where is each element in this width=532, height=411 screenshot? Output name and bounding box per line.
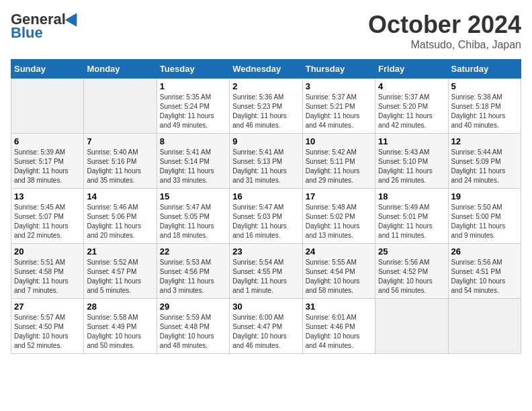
day-number: 8 [160,136,226,146]
day-info: Sunrise: 5:55 AM Sunset: 4:54 PM Dayligh… [306,258,372,295]
day-header-friday: Friday [375,60,448,79]
day-number: 26 [451,246,518,257]
day-number: 11 [378,136,445,146]
logo-blue-text: Blue [11,24,43,42]
day-info: Sunrise: 5:41 AM Sunset: 5:13 PM Dayligh… [232,148,299,185]
week-row-1: 1Sunrise: 5:35 AM Sunset: 5:24 PM Daylig… [11,79,521,134]
page-header: General Blue October 2024 Matsudo, Chiba… [11,11,521,51]
day-number: 3 [306,81,372,91]
calendar-subtitle: Matsudo, Chiba, Japan [368,39,521,51]
day-number: 22 [160,246,226,257]
calendar-cell [448,299,521,354]
day-number: 29 [160,302,226,312]
day-info: Sunrise: 5:46 AM Sunset: 5:06 PM Dayligh… [87,203,153,240]
day-info: Sunrise: 5:52 AM Sunset: 4:57 PM Dayligh… [87,258,153,295]
calendar-cell: 1Sunrise: 5:35 AM Sunset: 5:24 PM Daylig… [157,79,229,134]
day-number: 1 [160,81,226,91]
calendar-cell: 16Sunrise: 5:47 AM Sunset: 5:03 PM Dayli… [230,189,302,244]
day-number: 15 [160,191,226,201]
day-header-thursday: Thursday [302,60,375,79]
day-info: Sunrise: 6:00 AM Sunset: 4:47 PM Dayligh… [232,313,299,351]
day-number: 24 [306,246,372,257]
day-number: 18 [378,191,445,201]
day-header-saturday: Saturday [448,60,521,79]
day-info: Sunrise: 5:36 AM Sunset: 5:23 PM Dayligh… [232,93,299,130]
day-number: 5 [451,81,518,91]
calendar-cell: 8Sunrise: 5:41 AM Sunset: 5:14 PM Daylig… [157,134,229,189]
day-info: Sunrise: 5:53 AM Sunset: 4:56 PM Dayligh… [160,258,226,295]
calendar-cell: 28Sunrise: 5:58 AM Sunset: 4:49 PM Dayli… [84,299,157,354]
calendar-cell: 12Sunrise: 5:44 AM Sunset: 5:09 PM Dayli… [448,134,521,189]
day-number: 28 [87,302,153,312]
day-number: 13 [14,191,81,201]
calendar-header: SundayMondayTuesdayWednesdayThursdayFrid… [11,60,521,79]
day-info: Sunrise: 5:58 AM Sunset: 4:49 PM Dayligh… [87,313,153,351]
calendar-body: 1Sunrise: 5:35 AM Sunset: 5:24 PM Daylig… [11,79,521,354]
calendar-cell: 18Sunrise: 5:49 AM Sunset: 5:01 PM Dayli… [375,189,448,244]
logo-triangle-icon [65,9,83,27]
calendar-cell: 25Sunrise: 5:56 AM Sunset: 4:52 PM Dayli… [375,244,448,299]
calendar-cell: 13Sunrise: 5:45 AM Sunset: 5:07 PM Dayli… [11,189,84,244]
day-number: 14 [87,191,153,201]
day-number: 31 [306,302,372,312]
day-header-wednesday: Wednesday [230,60,302,79]
day-info: Sunrise: 5:51 AM Sunset: 4:58 PM Dayligh… [14,258,81,295]
day-info: Sunrise: 5:59 AM Sunset: 4:48 PM Dayligh… [160,313,226,351]
title-section: October 2024 Matsudo, Chiba, Japan [368,11,521,51]
calendar-table: SundayMondayTuesdayWednesdayThursdayFrid… [11,59,521,354]
week-row-3: 13Sunrise: 5:45 AM Sunset: 5:07 PM Dayli… [11,189,521,244]
day-number: 17 [306,191,372,201]
day-info: Sunrise: 6:01 AM Sunset: 4:46 PM Dayligh… [306,313,372,351]
calendar-cell: 11Sunrise: 5:43 AM Sunset: 5:10 PM Dayli… [375,134,448,189]
day-number: 23 [232,246,299,257]
calendar-cell: 14Sunrise: 5:46 AM Sunset: 5:06 PM Dayli… [84,189,157,244]
day-number: 6 [14,136,81,146]
day-info: Sunrise: 5:47 AM Sunset: 5:05 PM Dayligh… [160,203,226,240]
day-number: 21 [87,246,153,257]
day-number: 25 [378,246,445,257]
calendar-cell: 6Sunrise: 5:39 AM Sunset: 5:17 PM Daylig… [11,134,84,189]
calendar-cell: 21Sunrise: 5:52 AM Sunset: 4:57 PM Dayli… [84,244,157,299]
calendar-cell: 24Sunrise: 5:55 AM Sunset: 4:54 PM Dayli… [302,244,375,299]
day-number: 4 [378,81,445,91]
calendar-cell: 23Sunrise: 5:54 AM Sunset: 4:55 PM Dayli… [230,244,302,299]
day-info: Sunrise: 5:56 AM Sunset: 4:51 PM Dayligh… [451,258,518,295]
calendar-cell: 4Sunrise: 5:37 AM Sunset: 5:20 PM Daylig… [375,79,448,134]
day-number: 19 [451,191,518,201]
day-number: 16 [232,191,299,201]
day-info: Sunrise: 5:48 AM Sunset: 5:02 PM Dayligh… [306,203,372,240]
days-header-row: SundayMondayTuesdayWednesdayThursdayFrid… [11,60,521,79]
calendar-cell: 9Sunrise: 5:41 AM Sunset: 5:13 PM Daylig… [230,134,302,189]
day-info: Sunrise: 5:43 AM Sunset: 5:10 PM Dayligh… [378,148,445,185]
day-info: Sunrise: 5:54 AM Sunset: 4:55 PM Dayligh… [232,258,299,295]
calendar-cell: 5Sunrise: 5:38 AM Sunset: 5:18 PM Daylig… [448,79,521,134]
day-info: Sunrise: 5:57 AM Sunset: 4:50 PM Dayligh… [14,313,81,351]
calendar-cell [11,79,84,134]
calendar-cell: 17Sunrise: 5:48 AM Sunset: 5:02 PM Dayli… [302,189,375,244]
calendar-cell [375,299,448,354]
day-number: 2 [232,81,299,91]
day-number: 12 [451,136,518,146]
day-info: Sunrise: 5:38 AM Sunset: 5:18 PM Dayligh… [451,93,518,130]
day-info: Sunrise: 5:37 AM Sunset: 5:20 PM Dayligh… [378,93,445,130]
day-info: Sunrise: 5:37 AM Sunset: 5:21 PM Dayligh… [306,93,372,130]
calendar-cell: 3Sunrise: 5:37 AM Sunset: 5:21 PM Daylig… [302,79,375,134]
calendar-cell: 30Sunrise: 6:00 AM Sunset: 4:47 PM Dayli… [230,299,302,354]
calendar-cell: 26Sunrise: 5:56 AM Sunset: 4:51 PM Dayli… [448,244,521,299]
day-number: 27 [14,302,81,312]
day-info: Sunrise: 5:41 AM Sunset: 5:14 PM Dayligh… [160,148,226,185]
week-row-5: 27Sunrise: 5:57 AM Sunset: 4:50 PM Dayli… [11,299,521,354]
logo: General Blue [11,11,81,42]
day-info: Sunrise: 5:45 AM Sunset: 5:07 PM Dayligh… [14,203,81,240]
day-info: Sunrise: 5:49 AM Sunset: 5:01 PM Dayligh… [378,203,445,240]
day-number: 7 [87,136,153,146]
calendar-cell: 27Sunrise: 5:57 AM Sunset: 4:50 PM Dayli… [11,299,84,354]
day-header-tuesday: Tuesday [157,60,229,79]
calendar-cell: 19Sunrise: 5:50 AM Sunset: 5:00 PM Dayli… [448,189,521,244]
day-info: Sunrise: 5:44 AM Sunset: 5:09 PM Dayligh… [451,148,518,185]
day-header-sunday: Sunday [11,60,84,79]
day-info: Sunrise: 5:50 AM Sunset: 5:00 PM Dayligh… [451,203,518,240]
day-info: Sunrise: 5:47 AM Sunset: 5:03 PM Dayligh… [232,203,299,240]
calendar-cell [84,79,157,134]
day-info: Sunrise: 5:56 AM Sunset: 4:52 PM Dayligh… [378,258,445,295]
